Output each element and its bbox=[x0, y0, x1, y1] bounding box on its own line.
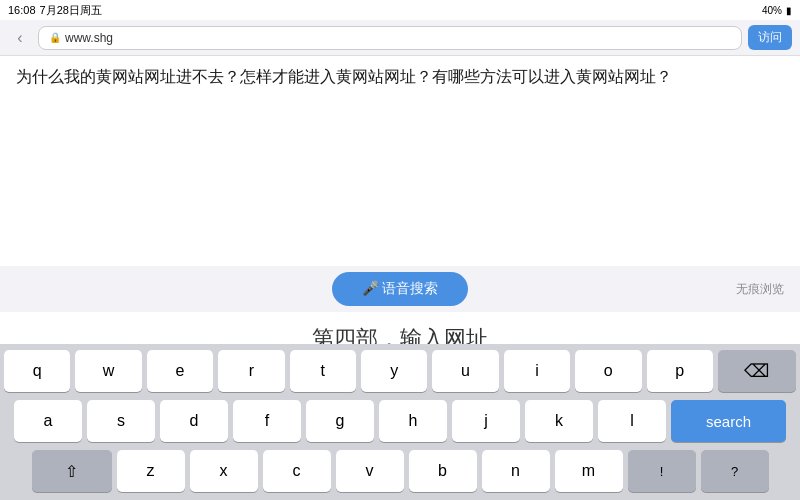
time: 16:08 bbox=[8, 4, 36, 16]
key-q[interactable]: q bbox=[4, 350, 70, 392]
browser-bar: ‹ 🔒 www.shg 访问 bbox=[0, 20, 800, 56]
key-o[interactable]: o bbox=[575, 350, 641, 392]
key-v[interactable]: v bbox=[336, 450, 404, 492]
key-l[interactable]: l bbox=[598, 400, 666, 442]
keyboard: q w e r t y u i o p ⌫ a s d f g h j k l … bbox=[0, 344, 800, 500]
keyboard-row-2: a s d f g h j k l search bbox=[4, 400, 796, 442]
content-text: 为什么我的黄网站网址进不去？怎样才能进入黄网站网址？有哪些方法可以进入黄网站网址… bbox=[16, 64, 784, 90]
key-m[interactable]: m bbox=[555, 450, 623, 492]
search-key[interactable]: search bbox=[671, 400, 786, 442]
keyboard-row-3: ⇧ z x c v b n m ! ? bbox=[4, 450, 796, 492]
key-x[interactable]: x bbox=[190, 450, 258, 492]
key-j[interactable]: j bbox=[452, 400, 520, 442]
key-delete[interactable]: ⌫ bbox=[718, 350, 796, 392]
key-shift[interactable]: ⇧ bbox=[32, 450, 112, 492]
key-d[interactable]: d bbox=[160, 400, 228, 442]
key-i[interactable]: i bbox=[504, 350, 570, 392]
key-f[interactable]: f bbox=[233, 400, 301, 442]
key-c[interactable]: c bbox=[263, 450, 331, 492]
toolbar-row: 🎤 语音搜索 无痕浏览 bbox=[0, 266, 800, 312]
key-s[interactable]: s bbox=[87, 400, 155, 442]
lock-icon: 🔒 bbox=[49, 32, 61, 43]
key-exclaim[interactable]: ! bbox=[628, 450, 696, 492]
key-w[interactable]: w bbox=[75, 350, 141, 392]
key-z[interactable]: z bbox=[117, 450, 185, 492]
key-h[interactable]: h bbox=[379, 400, 447, 442]
status-left: 16:08 7月28日周五 bbox=[8, 3, 102, 18]
date: 7月28日周五 bbox=[40, 3, 102, 18]
status-bar: 16:08 7月28日周五 40% ▮ bbox=[0, 0, 800, 20]
key-g[interactable]: g bbox=[306, 400, 374, 442]
key-b[interactable]: b bbox=[409, 450, 477, 492]
key-u[interactable]: u bbox=[432, 350, 498, 392]
content-area: 为什么我的黄网站网址进不去？怎样才能进入黄网站网址？有哪些方法可以进入黄网站网址… bbox=[0, 56, 800, 256]
battery: 40% bbox=[762, 5, 782, 16]
key-t[interactable]: t bbox=[290, 350, 356, 392]
key-p[interactable]: p bbox=[647, 350, 713, 392]
status-right: 40% ▮ bbox=[762, 5, 792, 16]
url-text: www.shg bbox=[65, 31, 113, 45]
visit-button[interactable]: 访问 bbox=[748, 25, 792, 50]
back-button[interactable]: ‹ bbox=[8, 26, 32, 50]
key-question[interactable]: ? bbox=[701, 450, 769, 492]
key-y[interactable]: y bbox=[361, 350, 427, 392]
incognito-label: 无痕浏览 bbox=[736, 281, 784, 298]
key-a[interactable]: a bbox=[14, 400, 82, 442]
key-e[interactable]: e bbox=[147, 350, 213, 392]
key-n[interactable]: n bbox=[482, 450, 550, 492]
key-k[interactable]: k bbox=[525, 400, 593, 442]
url-bar[interactable]: 🔒 www.shg bbox=[38, 26, 742, 50]
keyboard-row-1: q w e r t y u i o p ⌫ bbox=[4, 350, 796, 392]
signal-icon: ▮ bbox=[786, 5, 792, 16]
key-r[interactable]: r bbox=[218, 350, 284, 392]
voice-search-button[interactable]: 🎤 语音搜索 bbox=[332, 272, 469, 306]
middle-section: 🎤 语音搜索 无痕浏览 bbox=[0, 256, 800, 318]
